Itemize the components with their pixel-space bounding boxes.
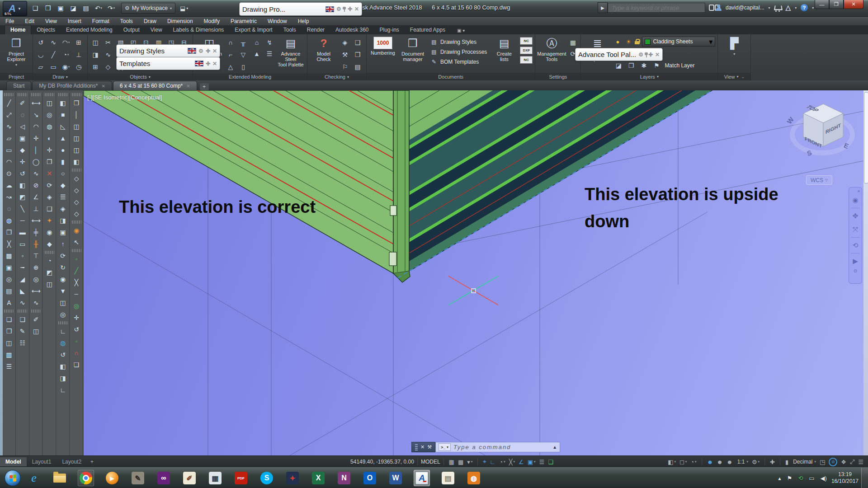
taskbar-onenote[interactable]: N [336,470,352,486]
object-snap-tracking-icon[interactable]: ∠ [517,457,526,467]
menu-window[interactable]: Window [262,17,292,25]
toolbar-tool-icon[interactable]: ◧ [57,361,69,372]
toolbar-tool-icon[interactable]: ▣ [17,132,28,144]
toolbar-grip[interactable] [72,249,81,252]
palette-add-icon[interactable]: ✚ [648,52,653,58]
palette-close-icon[interactable]: ✕ [655,52,660,58]
toolbar-tool-icon[interactable]: A [3,297,15,309]
show-desktop-button[interactable] [861,468,868,488]
ribbon-tool-icon[interactable]: ▤ [430,48,438,56]
command-line-handle[interactable]: ✕ ⚒ [411,442,435,452]
toolbar-tool-icon[interactable]: ◌ [17,109,28,121]
toolbar-tool-icon[interactable]: ◦ [17,250,28,262]
toolbar-grip[interactable] [72,169,81,172]
polar-tracking-icon[interactable]: ◔▾ [497,457,507,467]
toolbar-tool-icon[interactable]: ◢ [17,273,28,285]
object-snap-icon[interactable]: ▣▾ [526,457,538,467]
toolbar-tool-icon[interactable]: ⟳ [57,250,69,262]
layer-tool-icon[interactable]: ⚑ [651,60,662,71]
layer-dropdown[interactable]: Cladding Sheets▾ [642,37,715,47]
toolbar-tool-icon[interactable]: ╳ [3,238,15,250]
toolbar-tool-icon[interactable]: ✛ [43,144,55,156]
toolbar-tool-icon[interactable]: ✛ [71,312,82,324]
redo-icon[interactable]: ↷▾ [106,3,117,13]
taskbar-excel[interactable]: X [311,470,326,486]
toolbar-tool-icon[interactable]: ◉ [71,225,82,236]
toolbar-grip[interactable] [18,93,27,96]
showmotion-icon[interactable]: ▶ [853,254,858,268]
search-go-button[interactable]: ▶ [598,2,608,13]
toolbar-tool-icon[interactable]: ◍ [3,215,15,226]
ribbon-tool-icon[interactable]: ⌂ [251,37,262,48]
ribbon-tool-icon[interactable]: ✂ [103,37,113,48]
toolbar-tool-icon[interactable]: ◆ [17,144,28,156]
tab-plug-ins[interactable]: Plug-ins [374,25,404,34]
snap-mode-icon[interactable]: ▩ [456,457,465,467]
layer-tool-icon[interactable]: ✱ [638,60,649,71]
store-cart-icon[interactable] [774,5,782,11]
toolbar-tool-icon[interactable]: ✦ [43,215,55,226]
drawing-tab-6-x-4-5-at-15-60-80-comp[interactable]: 6 x 4.5 at 15 60 80 Comp*✕ [113,81,197,90]
advance-steel-tool-palette-button[interactable]: ▤Advance Steel Tool Palette [277,36,305,68]
autoscale-icon[interactable]: ☻ [715,457,725,467]
units-icon[interactable]: ▮ [783,457,790,467]
ribbon-tool-icon[interactable]: ◇ [103,61,113,72]
numbering-button[interactable]: 1000Numbering [369,36,397,56]
panel-caption-layers[interactable]: Layers▾ [581,73,717,80]
toolbar-tool-icon[interactable]: ◨ [57,372,69,384]
ribbon-tool-icon[interactable]: ∩ [225,37,236,48]
toolbar-tool-icon[interactable]: ◩ [43,267,55,278]
toolbar-tool-icon[interactable]: ◔ [43,255,55,267]
toolbar-tool-icon[interactable]: ✕ [43,168,55,179]
ribbon-tool-icon[interactable]: ↺ [35,37,46,48]
tab-close-icon[interactable]: ✕ [186,84,190,89]
toolbar-tool-icon[interactable]: ◫ [71,132,82,144]
isodraft-icon[interactable]: ╳▾ [507,457,517,467]
layer-unlock-icon[interactable] [635,39,640,44]
toolbar-tool-icon[interactable]: ↻ [57,262,69,273]
tab-output[interactable]: Output [118,25,145,34]
new-file-icon[interactable]: ❏ [30,3,41,13]
panel-caption-documents[interactable]: Documents [367,73,535,80]
annotation-visibility-icon[interactable]: ☻ [705,457,715,467]
toolbar-tool-icon[interactable]: ▣ [3,262,15,273]
palette-pin-icon[interactable] [646,52,646,57]
toolbar-tool-icon[interactable]: ❏ [17,314,28,325]
ribbon-tool-icon[interactable]: ❑ [352,37,363,48]
viewport-controls-dropdown[interactable]: ⬓▾ [180,5,188,12]
toolbar-tool-icon[interactable]: ⊙ [3,168,15,179]
toolbar-tool-icon[interactable]: ∿ [3,121,15,132]
toolbar-tool-icon[interactable]: ◉ [43,226,55,238]
taskbar-notepad[interactable]: ▤ [440,470,456,486]
pan-icon[interactable]: ✥ [853,209,859,223]
plot-icon[interactable]: ▤ [80,3,91,13]
tab-close-icon[interactable]: ✕ [101,84,105,89]
drawing-tab-my-db-profile-additions[interactable]: My DB Profile Additions*✕ [32,81,112,90]
tab-objects[interactable]: Objects [31,25,61,34]
panel-caption-project[interactable]: Project [0,73,33,80]
customize-menu-icon[interactable]: ☰ [856,457,865,467]
toolbar-tool-icon[interactable]: ╳ [71,277,82,288]
toolbar-tool-icon[interactable]: ◧ [57,97,69,109]
toolbar-tool-icon[interactable]: ∠ [30,191,42,203]
help-icon[interactable]: ? [801,4,808,11]
steering-wheel-icon[interactable]: ◉ [852,193,858,207]
selection-cycling-icon[interactable]: ❏ [546,457,555,467]
ribbon-tool-icon[interactable]: ▭ [48,61,59,72]
ribbon-tool-icon[interactable]: ❒ [352,49,363,60]
toolbar-tool-icon[interactable]: ☁ [3,179,15,191]
toolbar-tool-icon[interactable]: ❏ [3,314,15,325]
toolbar-tool-icon[interactable]: ▲ [57,132,69,144]
ribbon-tool-icon[interactable]: ▯ [238,61,249,72]
fullscreen-icon[interactable]: ⤢ [848,457,856,467]
layer-tool-icon[interactable]: ◪ [613,60,624,71]
model-space-button[interactable]: MODEL [421,459,440,465]
close-button[interactable]: ✕ [844,0,863,9]
workspace-3d-icon[interactable]: ◧▾ [666,457,678,467]
taskbar-advance-steel[interactable]: A [414,470,430,486]
layout-tab-model[interactable]: Model [0,457,27,466]
toolbar-tool-icon[interactable]: ◧ [17,179,28,191]
a360-caret-icon[interactable]: ▾ [795,6,797,10]
advance-tool-palette-header[interactable]: Advance Tool Pal... ⚙ ✚ ✕ [575,48,663,61]
menu-help[interactable]: Help [292,17,315,25]
